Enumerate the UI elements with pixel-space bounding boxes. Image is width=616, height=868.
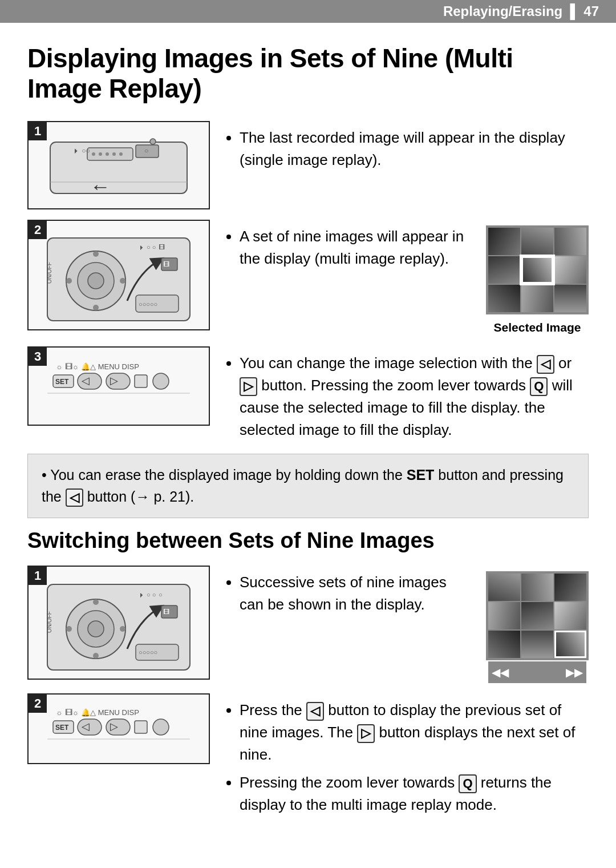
svg-text:▷: ▷ [110,375,118,386]
switching-step2-camera-svg: ☼ 🎞☼ 🔔△ MENU DISP SET ◁ ▷ [39,700,198,757]
img-cell-6 [554,256,586,284]
step-1-desc: The last recorded image will appear in t… [224,121,589,175]
svg-point-44 [120,626,125,632]
step-2-row: 2 ON/OFF ⏵ ○ ○ 🎞 ○ [27,220,589,337]
svg-point-17 [88,273,104,289]
sw-img-cell-1 [488,574,520,601]
svg-text:SET: SET [55,378,69,386]
img-cell-8 [521,285,553,312]
svg-rect-60 [135,721,147,733]
sub-title: Switching between Sets of Nine Images [27,528,589,553]
svg-text:○○○○○: ○○○○○ [139,301,157,308]
selected-image-label: Selected Image [494,318,581,337]
switching-step-2-image: 2 ☼ 🎞☼ 🔔△ MENU DISP SET ◁ ▷ [27,693,210,764]
note-box: • You can erase the displayed image by h… [27,454,589,518]
switching-step-1-num: 1 [29,567,47,585]
switching-step-2-text-1: Press the ◁ button to display the previo… [240,699,589,766]
svg-rect-35 [135,375,147,387]
switching-step-2-text-2: Pressing the zoom lever towards Q return… [240,772,589,816]
left-btn-icon: ◁ [537,355,554,374]
svg-text:⏵ ○ ○: ⏵ ○ ○ [139,244,156,251]
svg-rect-61 [153,719,169,735]
svg-point-21 [66,278,72,284]
switching-image-grid [486,571,589,660]
svg-point-7 [112,152,116,156]
svg-text:←: ← [90,175,111,198]
step-1-image: 1 ⏵ ○○ ○ ← [27,121,210,209]
switching-step-1-desc: Successive sets of nine images can be sh… [224,566,589,683]
switching-step1-camera-svg: ON/OFF ⏵ ○ ○ ○ ○○○○○ 🎞 [39,573,198,673]
sw-zoom-q-icon: Q [459,774,476,793]
svg-text:🎞: 🎞 [159,244,165,251]
sw-img-cell-4 [488,602,520,629]
step-2-num: 2 [29,221,47,239]
svg-point-2 [150,139,156,144]
svg-point-8 [119,152,123,156]
switching-step-1-text: Successive sets of nine images can be sh… [224,571,473,619]
main-title: Displaying Images in Sets of Nine (Multi… [27,43,589,104]
sw-img-cell-9 [554,631,586,658]
sw-img-cell-2 [521,574,553,601]
svg-point-43 [93,599,99,605]
switching-step-2-desc: Press the ◁ button to display the previo… [224,693,589,819]
img-cell-7 [488,285,520,312]
step-3-num: 3 [29,348,47,366]
step-2-desc: A set of nine images will appear in the … [224,220,589,337]
switching-step-2-num: 2 [29,695,47,713]
sw-img-cell-8 [521,631,553,658]
svg-point-46 [66,626,72,632]
svg-point-5 [99,152,102,156]
step-3-desc: You can change the image selection with … [224,346,589,445]
svg-text:⏵ ○ ○: ⏵ ○ ○ [139,591,156,598]
svg-point-20 [93,305,99,310]
sw-img-cell-7 [488,631,520,658]
right-btn-icon: ▷ [240,377,257,396]
img-cell-5-selected [521,256,553,284]
sw-img-cell-3 [554,574,586,601]
img-cell-1 [488,228,520,255]
svg-text:○○○○○: ○○○○○ [139,649,157,656]
image-grid [486,225,589,314]
svg-text:🎞: 🎞 [163,608,169,615]
img-cell-9 [554,285,586,312]
step-2-text: A set of nine images will appear in the … [224,225,473,273]
svg-text:○: ○ [159,591,163,598]
svg-text:ON/OFF: ON/OFF [46,262,52,284]
svg-point-42 [88,621,104,637]
step-1-num: 1 [29,122,47,140]
img-cell-4 [488,256,520,284]
svg-text:⏵ ○○: ⏵ ○○ [73,147,90,155]
step-2-desc-grid: A set of nine images will appear in the … [224,225,589,337]
nav-prev-icon: ◀◀ [492,664,509,681]
step-3-row: 3 ☼ 🎞☼ 🔔△ MENU DISP SET ◁ ▷ [27,346,589,445]
svg-text:▷: ▷ [110,721,118,732]
svg-point-18 [93,251,99,257]
svg-text:🎞: 🎞 [163,261,169,268]
step2-camera-svg: ON/OFF ⏵ ○ ○ 🎞 ○○○○○ [39,227,198,324]
svg-text:◁: ◁ [82,721,90,732]
nav-bar: ◀◀ ▶▶ [488,661,586,683]
step-3-text: You can change the image selection with … [240,352,589,441]
sw-right-btn-icon: ▷ [357,724,375,743]
switching-step-1-desc-grid: Successive sets of nine images can be sh… [224,571,589,683]
svg-text:☼  🎞☼ 🔔△  MENU  DISP: ☼ 🎞☼ 🔔△ MENU DISP [56,708,139,717]
note-left-btn: ◁ [66,488,83,507]
step3-camera-svg: ☼ 🎞☼ 🔔△ MENU DISP SET ◁ ▷ [39,353,198,419]
switching-image-grid-container: ◀◀ ▶▶ [486,571,589,683]
svg-text:☼  🎞☼ 🔔△  MENU  DISP: ☼ 🎞☼ 🔔△ MENU DISP [56,362,139,372]
step-2-image: 2 ON/OFF ⏵ ○ ○ 🎞 ○ [27,220,210,330]
header-section: Replaying/Erasing ▌ 47 [443,3,599,19]
svg-text:SET: SET [55,724,69,732]
svg-rect-36 [153,373,169,389]
image-grid-container: Selected Image [486,225,589,337]
svg-point-4 [92,152,95,156]
sw-img-cell-6 [554,602,586,629]
sw-left-btn-icon: ◁ [306,702,324,721]
zoom-q-icon: Q [530,377,548,396]
svg-point-45 [93,653,99,659]
step-3-image: 3 ☼ 🎞☼ 🔔△ MENU DISP SET ◁ ▷ [27,346,210,426]
switching-step-1-row: 1 ON/OFF ⏵ ○ ○ ○ ○○○○○ [27,566,589,683]
svg-text:○: ○ [144,147,148,155]
header-bar: Replaying/Erasing ▌ 47 [0,0,616,23]
switching-step-2-row: 2 ☼ 🎞☼ 🔔△ MENU DISP SET ◁ ▷ Press the ◁ … [27,693,589,819]
